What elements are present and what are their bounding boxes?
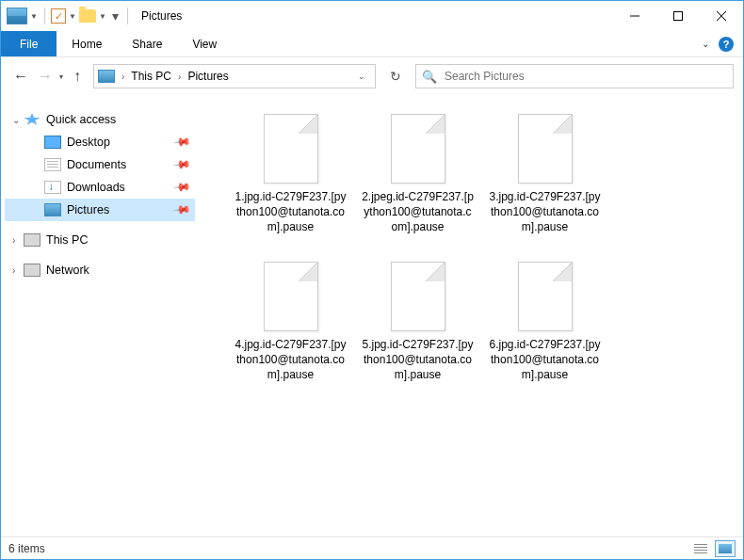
ribbon: File Home Share View ⌄ ?	[1, 31, 743, 57]
tab-share[interactable]: Share	[117, 31, 177, 56]
search-input[interactable]	[445, 70, 727, 83]
pictures-icon	[44, 203, 61, 216]
status-bar: 6 items	[1, 536, 743, 559]
maximize-button[interactable]	[656, 2, 700, 30]
minimize-button[interactable]	[613, 2, 656, 30]
history-dropdown-icon[interactable]: ▾	[59, 72, 63, 81]
help-icon[interactable]: ?	[719, 37, 734, 52]
tab-view[interactable]: View	[177, 31, 232, 56]
sidebar-item-label: This PC	[46, 233, 88, 247]
breadcrumb-this-pc[interactable]: This PC	[131, 70, 171, 83]
sidebar-item-label: Desktop	[67, 136, 110, 149]
close-button[interactable]	[700, 2, 743, 30]
sidebar-item-label: Network	[46, 264, 89, 277]
document-icon	[44, 158, 61, 171]
search-icon: 🔍	[422, 70, 437, 84]
file-icon	[264, 262, 318, 331]
downloads-icon	[44, 181, 61, 194]
tab-home[interactable]: Home	[57, 31, 117, 56]
properties-icon[interactable]: ✓	[51, 8, 66, 24]
file-name: 1.jpg.id-C279F237.[python100@tutanota.co…	[235, 189, 348, 235]
file-icon	[264, 114, 318, 184]
file-item[interactable]: 4.jpg.id-C279F237.[python100@tutanota.co…	[227, 262, 354, 383]
titlebar: ▼ ✓ ▼ ▼ ▾ Pictures	[1, 1, 743, 31]
chevron-right-icon[interactable]: ›	[175, 72, 184, 82]
sidebar-item-label: Pictures	[67, 203, 109, 216]
sidebar-item-documents[interactable]: Documents 📌	[5, 153, 195, 176]
star-icon	[24, 113, 40, 126]
up-button[interactable]: ↑	[67, 66, 88, 87]
refresh-button[interactable]: ↻	[381, 64, 410, 88]
file-tab[interactable]: File	[1, 31, 57, 56]
location-icon	[98, 70, 115, 83]
sidebar-item-network[interactable]: › Network	[5, 259, 195, 281]
details-view-button[interactable]	[690, 540, 711, 557]
app-menu-dropdown-icon[interactable]: ▼	[29, 12, 39, 21]
forward-button[interactable]: →	[35, 66, 56, 87]
sidebar-item-label: Documents	[67, 158, 126, 171]
file-item[interactable]: 5.jpg.id-C279F237.[python100@tutanota.co…	[354, 262, 481, 383]
chevron-right-icon[interactable]: ›	[12, 235, 24, 246]
file-icon	[518, 114, 573, 184]
status-count: 6 items	[8, 542, 45, 555]
address-bar[interactable]: › This PC › Pictures ⌄	[93, 64, 376, 88]
sidebar-item-label: Downloads	[67, 181, 125, 194]
quick-access-toolbar: ▼ ✓ ▼ ▼ ▾ Pictures	[7, 8, 182, 24]
svg-rect-1	[674, 12, 683, 21]
pin-icon: 📌	[172, 133, 191, 152]
file-name: 2.jpeg.id-C279F237.[python100@tutanota.c…	[362, 189, 475, 235]
file-icon	[518, 262, 573, 331]
search-box[interactable]: 🔍	[415, 64, 734, 88]
file-item[interactable]: 6.jpg.id-C279F237.[python100@tutanota.co…	[481, 262, 608, 383]
customize-qa-icon[interactable]: ▾	[109, 8, 121, 24]
app-icon	[7, 8, 27, 24]
file-icon	[391, 262, 445, 331]
file-item[interactable]: 1.jpg.id-C279F237.[python100@tutanota.co…	[227, 114, 354, 235]
pin-icon: 📌	[172, 178, 191, 197]
network-icon	[24, 264, 40, 277]
file-icon	[391, 114, 445, 184]
new-folder-icon[interactable]	[79, 9, 96, 23]
sidebar-item-label: Quick access	[46, 113, 116, 126]
chevron-down-icon[interactable]: ⌄	[12, 115, 24, 125]
pin-icon: 📌	[172, 155, 191, 174]
file-name: 4.jpg.id-C279F237.[python100@tutanota.co…	[235, 337, 348, 383]
file-name: 3.jpg.id-C279F237.[python100@tutanota.co…	[489, 189, 602, 235]
file-name: 6.jpg.id-C279F237.[python100@tutanota.co…	[489, 337, 602, 383]
file-name: 5.jpg.id-C279F237.[python100@tutanota.co…	[362, 337, 475, 383]
sidebar-item-desktop[interactable]: Desktop 📌	[5, 131, 195, 153]
sidebar-item-quick-access[interactable]: ⌄ Quick access	[5, 108, 195, 131]
pin-icon: 📌	[172, 200, 191, 219]
file-item[interactable]: 2.jpeg.id-C279F237.[python100@tutanota.c…	[354, 114, 481, 235]
navigation-bar: ← → ▾ ↑ › This PC › Pictures ⌄ ↻ 🔍	[1, 57, 743, 95]
ribbon-collapse-icon[interactable]: ⌄	[702, 39, 709, 49]
back-button[interactable]: ←	[10, 66, 31, 87]
computer-icon	[24, 233, 40, 247]
file-item[interactable]: 3.jpg.id-C279F237.[python100@tutanota.co…	[481, 114, 608, 235]
sidebar-item-downloads[interactable]: Downloads 📌	[5, 176, 195, 199]
window-title: Pictures	[141, 9, 182, 23]
sidebar-item-this-pc[interactable]: › This PC	[5, 229, 195, 251]
address-dropdown-icon[interactable]: ⌄	[352, 72, 371, 81]
window-controls	[613, 2, 743, 30]
qa-dropdown-1-icon[interactable]: ▼	[68, 12, 77, 21]
breadcrumb-pictures[interactable]: Pictures	[187, 70, 228, 83]
chevron-right-icon[interactable]: ›	[119, 72, 127, 82]
desktop-icon	[44, 136, 61, 149]
qa-dropdown-2-icon[interactable]: ▼	[98, 12, 107, 21]
file-pane[interactable]: 1.jpg.id-C279F237.[python100@tutanota.co…	[199, 95, 743, 538]
navigation-pane: ⌄ Quick access Desktop 📌 Documents 📌 Dow…	[1, 95, 199, 538]
sidebar-item-pictures[interactable]: Pictures 📌	[5, 199, 195, 221]
chevron-right-icon[interactable]: ›	[12, 265, 24, 276]
thumbnails-view-button[interactable]	[715, 540, 736, 557]
